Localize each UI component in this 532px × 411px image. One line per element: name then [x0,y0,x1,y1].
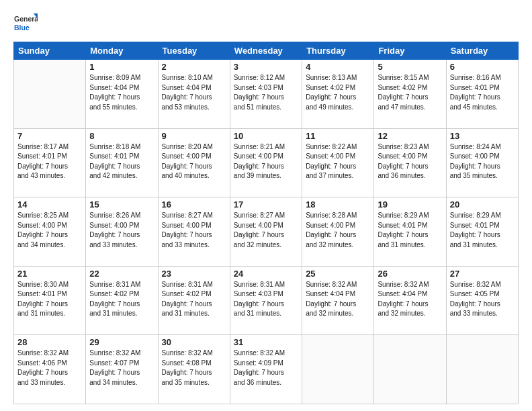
calendar-table: SundayMondayTuesdayWednesdayThursdayFrid… [13,42,519,404]
calendar-cell: 7Sunrise: 8:17 AM Sunset: 4:01 PM Daylig… [14,128,86,197]
calendar-cell: 6Sunrise: 8:16 AM Sunset: 4:01 PM Daylig… [446,60,518,129]
day-info: Sunrise: 8:31 AM Sunset: 4:02 PM Dayligh… [162,280,226,319]
day-info: Sunrise: 8:32 AM Sunset: 4:07 PM Dayligh… [89,349,154,387]
calendar-header-wednesday: Wednesday [230,42,302,60]
calendar-cell: 16Sunrise: 8:27 AM Sunset: 4:00 PM Dayli… [158,197,230,267]
day-number: 19 [378,199,442,210]
day-info: Sunrise: 8:28 AM Sunset: 4:00 PM Dayligh… [306,211,370,250]
svg-text:General: General [14,15,38,23]
calendar-header-saturday: Saturday [446,42,518,60]
calendar-cell: 9Sunrise: 8:20 AM Sunset: 4:00 PM Daylig… [158,128,230,197]
day-info: Sunrise: 8:26 AM Sunset: 4:00 PM Dayligh… [89,211,154,250]
day-info: Sunrise: 8:17 AM Sunset: 4:01 PM Dayligh… [17,142,82,181]
calendar-week-3: 14Sunrise: 8:25 AM Sunset: 4:00 PM Dayli… [14,197,519,267]
day-info: Sunrise: 8:32 AM Sunset: 4:04 PM Dayligh… [378,280,442,319]
day-info: Sunrise: 8:29 AM Sunset: 4:01 PM Dayligh… [378,211,442,250]
logo: General Blue [13,12,38,36]
day-info: Sunrise: 8:15 AM Sunset: 4:02 PM Dayligh… [378,73,442,112]
calendar-cell: 14Sunrise: 8:25 AM Sunset: 4:00 PM Dayli… [14,197,86,267]
calendar-cell: 3Sunrise: 8:12 AM Sunset: 4:03 PM Daylig… [230,60,302,129]
calendar-cell: 2Sunrise: 8:10 AM Sunset: 4:04 PM Daylig… [158,60,230,129]
day-info: Sunrise: 8:31 AM Sunset: 4:03 PM Dayligh… [234,280,298,319]
calendar-cell [14,60,86,129]
day-number: 15 [89,199,154,210]
day-info: Sunrise: 8:32 AM Sunset: 4:08 PM Dayligh… [162,349,226,387]
calendar-cell: 15Sunrise: 8:26 AM Sunset: 4:00 PM Dayli… [86,197,158,267]
day-info: Sunrise: 8:32 AM Sunset: 4:05 PM Dayligh… [450,280,515,319]
calendar-cell: 11Sunrise: 8:22 AM Sunset: 4:00 PM Dayli… [302,128,374,197]
day-number: 2 [162,62,226,72]
day-number: 31 [234,337,298,347]
svg-text:Blue: Blue [14,24,30,32]
day-number: 11 [306,131,370,141]
day-number: 13 [450,131,515,141]
calendar-cell: 13Sunrise: 8:24 AM Sunset: 4:00 PM Dayli… [446,128,518,197]
day-number: 4 [306,62,370,72]
day-info: Sunrise: 8:32 AM Sunset: 4:06 PM Dayligh… [17,349,82,387]
day-info: Sunrise: 8:27 AM Sunset: 4:00 PM Dayligh… [234,211,298,250]
calendar-cell: 27Sunrise: 8:32 AM Sunset: 4:05 PM Dayli… [446,266,518,335]
day-info: Sunrise: 8:32 AM Sunset: 4:04 PM Dayligh… [306,280,370,319]
day-number: 25 [306,269,370,279]
calendar-cell [374,335,446,404]
day-info: Sunrise: 8:09 AM Sunset: 4:04 PM Dayligh… [89,73,154,112]
calendar-header-row: SundayMondayTuesdayWednesdayThursdayFrid… [14,42,519,60]
calendar-cell [302,335,374,404]
calendar-cell: 22Sunrise: 8:31 AM Sunset: 4:02 PM Dayli… [86,266,158,335]
day-info: Sunrise: 8:25 AM Sunset: 4:00 PM Dayligh… [17,211,82,250]
day-number: 16 [162,199,226,210]
day-info: Sunrise: 8:27 AM Sunset: 4:00 PM Dayligh… [162,211,226,250]
day-info: Sunrise: 8:12 AM Sunset: 4:03 PM Dayligh… [234,73,298,112]
day-number: 21 [17,269,82,279]
calendar-header-sunday: Sunday [14,42,86,60]
day-number: 20 [450,199,515,210]
day-info: Sunrise: 8:24 AM Sunset: 4:00 PM Dayligh… [450,142,515,181]
calendar-header-thursday: Thursday [302,42,374,60]
day-info: Sunrise: 8:18 AM Sunset: 4:01 PM Dayligh… [89,142,154,181]
calendar-header-tuesday: Tuesday [158,42,230,60]
calendar-week-5: 28Sunrise: 8:32 AM Sunset: 4:06 PM Dayli… [14,335,519,404]
day-number: 30 [162,337,226,347]
calendar-header-monday: Monday [86,42,158,60]
day-number: 18 [306,199,370,210]
calendar-cell: 31Sunrise: 8:32 AM Sunset: 4:09 PM Dayli… [230,335,302,404]
calendar-cell: 1Sunrise: 8:09 AM Sunset: 4:04 PM Daylig… [86,60,158,129]
day-number: 10 [234,131,298,141]
day-number: 27 [450,269,515,279]
calendar-cell: 17Sunrise: 8:27 AM Sunset: 4:00 PM Dayli… [230,197,302,267]
day-number: 7 [17,131,82,141]
calendar-cell: 12Sunrise: 8:23 AM Sunset: 4:00 PM Dayli… [374,128,446,197]
day-info: Sunrise: 8:16 AM Sunset: 4:01 PM Dayligh… [450,73,515,112]
calendar-week-1: 1Sunrise: 8:09 AM Sunset: 4:04 PM Daylig… [14,60,519,129]
page-header: General Blue [13,12,519,36]
day-number: 1 [89,62,154,72]
day-info: Sunrise: 8:23 AM Sunset: 4:00 PM Dayligh… [378,142,442,181]
calendar-cell: 24Sunrise: 8:31 AM Sunset: 4:03 PM Dayli… [230,266,302,335]
day-number: 14 [17,199,82,210]
calendar-cell: 26Sunrise: 8:32 AM Sunset: 4:04 PM Dayli… [374,266,446,335]
day-info: Sunrise: 8:31 AM Sunset: 4:02 PM Dayligh… [89,280,154,319]
calendar-cell: 4Sunrise: 8:13 AM Sunset: 4:02 PM Daylig… [302,60,374,129]
calendar-cell: 28Sunrise: 8:32 AM Sunset: 4:06 PM Dayli… [14,335,86,404]
day-number: 12 [378,131,442,141]
day-info: Sunrise: 8:13 AM Sunset: 4:02 PM Dayligh… [306,73,370,112]
day-number: 28 [17,337,82,347]
day-info: Sunrise: 8:20 AM Sunset: 4:00 PM Dayligh… [162,142,226,181]
calendar-week-2: 7Sunrise: 8:17 AM Sunset: 4:01 PM Daylig… [14,128,519,197]
calendar-cell: 25Sunrise: 8:32 AM Sunset: 4:04 PM Dayli… [302,266,374,335]
day-info: Sunrise: 8:29 AM Sunset: 4:01 PM Dayligh… [450,211,515,250]
day-number: 29 [89,337,154,347]
calendar-cell: 10Sunrise: 8:21 AM Sunset: 4:00 PM Dayli… [230,128,302,197]
day-info: Sunrise: 8:10 AM Sunset: 4:04 PM Dayligh… [162,73,226,112]
calendar-cell: 30Sunrise: 8:32 AM Sunset: 4:08 PM Dayli… [158,335,230,404]
day-info: Sunrise: 8:30 AM Sunset: 4:01 PM Dayligh… [17,280,82,319]
calendar-week-4: 21Sunrise: 8:30 AM Sunset: 4:01 PM Dayli… [14,266,519,335]
calendar-cell: 23Sunrise: 8:31 AM Sunset: 4:02 PM Dayli… [158,266,230,335]
day-number: 26 [378,269,442,279]
calendar-cell [446,335,518,404]
day-info: Sunrise: 8:21 AM Sunset: 4:00 PM Dayligh… [234,142,298,181]
calendar-cell: 20Sunrise: 8:29 AM Sunset: 4:01 PM Dayli… [446,197,518,267]
day-number: 8 [89,131,154,141]
calendar-cell: 21Sunrise: 8:30 AM Sunset: 4:01 PM Dayli… [14,266,86,335]
day-number: 5 [378,62,442,72]
